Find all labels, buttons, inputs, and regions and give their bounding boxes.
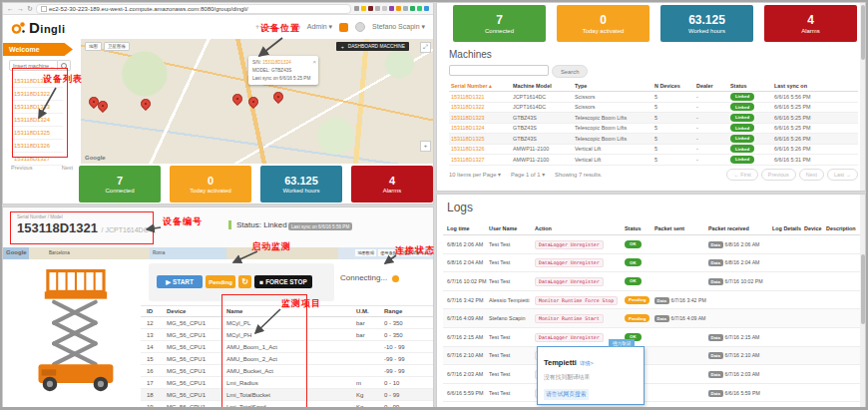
stat-value: 0	[600, 13, 607, 27]
status-badge: Linked	[730, 93, 754, 101]
stat-card[interactable]: 7Connected	[453, 5, 546, 42]
cell-action: Monitor Runtime Force Stop	[535, 297, 625, 303]
cell-serial-link[interactable]: 153118D1321	[451, 94, 513, 100]
cell-serial-link[interactable]: 153118D1323	[451, 115, 513, 121]
scrollbar-thumb[interactable]	[861, 5, 865, 60]
action-badge: DataLogger Unregister	[535, 258, 604, 267]
cell: 14	[147, 344, 167, 350]
column-header: Type	[575, 83, 654, 89]
machines-search-input[interactable]	[449, 65, 549, 76]
browser-forward-icon[interactable]: →	[17, 5, 24, 12]
map-strip[interactable]: Google Barcelona Roma 地图数据 使用条款 报告地图错误	[3, 247, 433, 259]
cell-n-devices: 5	[654, 157, 696, 163]
stat-card[interactable]: 4Alarms	[351, 166, 433, 203]
browser-refresh-icon[interactable]: ↻	[27, 5, 33, 12]
cell-log-time: 6/8/16 2:04 AM	[447, 259, 489, 265]
previous-link[interactable]: Previous	[11, 165, 32, 171]
notification-badge[interactable]	[339, 23, 348, 32]
cell-n-devices: 5	[654, 115, 696, 121]
cell-serial-link[interactable]: 153118D1326	[451, 146, 513, 152]
scrollbar-thumb[interactable]	[861, 254, 865, 324]
refresh-button[interactable]: ↻	[238, 275, 251, 288]
cell-action: DataLogger Unregister	[535, 278, 625, 284]
action-badge: DataLogger Unregister	[535, 240, 604, 249]
quadrant-machines-list: 7Connected0Today activated63.125Worked h…	[436, 2, 866, 192]
translate-tab[interactable]: 强力取词	[609, 339, 635, 347]
last-page-button[interactable]: Last →	[827, 169, 858, 181]
web-search-link[interactable]: 请尝试网页搜索	[544, 389, 589, 400]
cell-serial-link[interactable]: 153118D1322	[451, 104, 513, 110]
first-page-button[interactable]: ← First	[726, 169, 757, 181]
data-badge: Data	[654, 315, 669, 322]
stat-card[interactable]: 7Connected	[79, 166, 161, 203]
cell-status: OK	[625, 277, 654, 285]
cell-serial-link[interactable]: 153118D1327	[451, 157, 513, 163]
packet-time: 6/7/16 2:10 AM	[725, 352, 760, 358]
search-button[interactable]: Search	[552, 65, 588, 78]
next-link[interactable]: Next	[62, 165, 73, 171]
search-button[interactable]	[58, 60, 71, 71]
column-header: Packet received	[708, 225, 772, 231]
map-type-button[interactable]: 地图	[85, 42, 102, 51]
cell-serial-link[interactable]: 153118D1324	[451, 125, 513, 131]
cell: AMU_Boom_1_Act	[226, 344, 356, 350]
sidebar-machine-link[interactable]: 153118D1326	[11, 140, 63, 153]
google-map[interactable]: 地图 卫星图像 ＋ DASHBOARD MACCHINE ⤢ + × S/N: …	[81, 39, 434, 164]
cell-serial-link[interactable]: 153118D1325	[451, 136, 513, 142]
status-badge: Linked	[730, 145, 754, 153]
map-marker-icon[interactable]	[230, 92, 244, 106]
user-menu[interactable]: Stefano Scapin ▾	[372, 23, 425, 31]
next-page-button[interactable]: Next	[799, 169, 824, 181]
sidebar-machine-link[interactable]: 153118D1325	[11, 127, 63, 140]
action-badge: Monitor Runtime Start	[535, 314, 604, 323]
close-icon[interactable]: ×	[312, 57, 316, 67]
stat-card[interactable]: 0Today activated	[557, 5, 650, 42]
table-row: 6/7/16 10:02 PMTest TestDataLogger Unreg…	[443, 272, 860, 291]
map-marker-icon[interactable]	[246, 95, 260, 109]
cell-action: Monitor Runtime Start	[535, 315, 625, 321]
cell-n-devices: 5	[654, 125, 696, 131]
monitor-items-table: ID Device Name U.M. Range 12MG_56_CPU1MC…	[141, 305, 434, 408]
previous-page-button[interactable]: Previous	[761, 169, 796, 181]
cell: 19	[147, 404, 167, 409]
packet-time: 6/7/16 10:02 PM	[725, 278, 763, 284]
stat-card[interactable]: 63.125Worked hours	[260, 166, 342, 203]
scrollbar[interactable]	[860, 3, 865, 191]
avatar	[355, 22, 365, 32]
address-bar[interactable]: ec2-52-30-223-189.eu-west-1.compute.amaz…	[36, 4, 351, 14]
cell-user-name: Stefano Scapin	[489, 315, 535, 321]
column-header: Status	[625, 225, 654, 231]
satellite-type-button[interactable]: 卫星图像	[104, 42, 130, 51]
stat-card[interactable]: 0Today activated	[170, 166, 251, 203]
scrollbar[interactable]	[860, 195, 865, 407]
map-data-label: 地图数据	[355, 249, 376, 256]
column-header: Description	[826, 225, 860, 231]
column-header[interactable]: Serial Number ▴	[451, 83, 513, 89]
stat-card[interactable]: 63.125Worked hours	[660, 5, 753, 42]
dashboard-macchine-control[interactable]: ＋ DASHBOARD MACCHINE	[336, 42, 409, 51]
sidebar-machine-link[interactable]: 153118D1324	[11, 114, 63, 127]
map-marker-icon[interactable]	[139, 97, 153, 111]
page-select[interactable]: Page 1 of 1 ▾	[511, 172, 545, 178]
table-row: 18MG_56_CPU1Lmi_TotalBucketKg0 - 99	[141, 389, 434, 401]
status-badge: OK	[625, 258, 642, 266]
sidebar-machine-link[interactable]: 153118D1323	[11, 101, 63, 114]
translate-popup: Tempietti详情> 没有找到翻译结果 请尝试网页搜索	[537, 346, 645, 405]
force-stop-button[interactable]: ■FORCE STOP	[254, 275, 312, 288]
table-header: Log timeUser NameActionStatusPacket sent…	[443, 222, 860, 235]
stat-card[interactable]: 4Alarms	[764, 5, 857, 42]
zoom-in-icon[interactable]: +	[420, 141, 431, 152]
sidebar-machine-link[interactable]: 153118D1322	[11, 88, 63, 101]
machine-search-input[interactable]	[9, 60, 58, 71]
admin-menu[interactable]: Admin ▾	[307, 23, 332, 31]
browser-back-icon[interactable]: ←	[7, 5, 14, 12]
popup-serial-link[interactable]: 153118D1324	[262, 60, 291, 65]
stat-value: 7	[496, 13, 503, 27]
details-link[interactable]: 详情>	[580, 360, 594, 366]
start-button[interactable]: ▶START	[157, 275, 203, 288]
fullscreen-icon[interactable]: ⤢	[420, 42, 431, 53]
browser-extension-icons[interactable]	[354, 6, 429, 11]
map-marker-icon[interactable]	[271, 90, 285, 104]
items-per-page-select[interactable]: 10 Items per Page ▾	[449, 172, 501, 178]
table-row: 6/7/16 2:15 AMTest TestDataLogger Unregi…	[443, 328, 860, 347]
